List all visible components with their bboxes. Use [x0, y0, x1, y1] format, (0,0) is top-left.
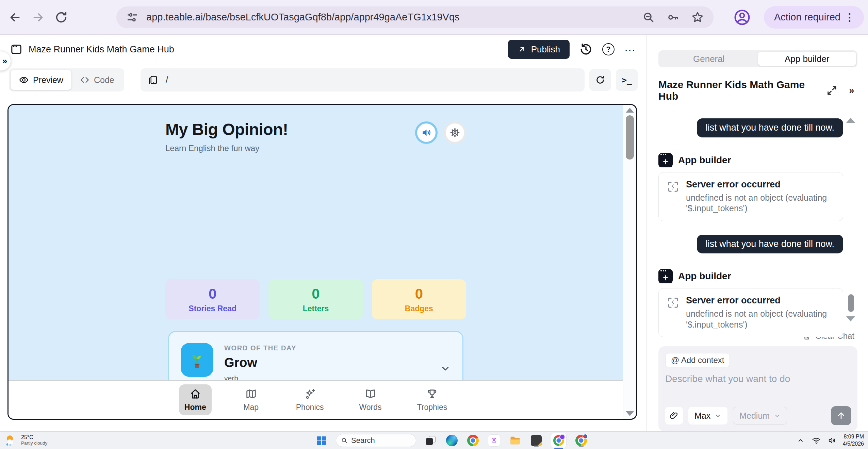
weather-widget[interactable]: 25°C Partly cloudy — [4, 433, 47, 447]
app-window-icon — [10, 43, 22, 55]
speaker-icon — [421, 127, 432, 138]
nav-item-home[interactable]: Home — [179, 384, 212, 415]
nav-item-words[interactable]: Words — [354, 384, 387, 415]
screen: app.teable.ai/base/bseLcfkUOTasgaGqf8b/a… — [0, 0, 868, 449]
app-window: » Maze Runner Kids Math Game Hub Publish… — [0, 35, 868, 431]
word-of-day-word: Grow — [224, 355, 296, 370]
sound-button[interactable] — [415, 121, 438, 144]
chat-scroll-up-arrow[interactable] — [846, 118, 855, 123]
chrome-profile2-button[interactable] — [575, 434, 588, 447]
word-of-the-day-card[interactable]: WORD OF THE DAY Grow verb — [168, 331, 463, 380]
start-button[interactable] — [315, 434, 328, 447]
tab-code[interactable]: Code — [71, 70, 122, 90]
chevron-down-icon[interactable] — [440, 363, 451, 374]
tab-app-builder[interactable]: App builder — [758, 52, 856, 66]
prompt-input[interactable] — [665, 373, 851, 401]
running-indicator — [579, 446, 584, 447]
chat-composer[interactable]: @ Add context Max Medium — [658, 346, 857, 431]
terminal-button[interactable]: >_ — [616, 69, 638, 91]
chrome-icon — [553, 435, 564, 446]
stat-card-stories: 0 Stories Read — [165, 279, 260, 319]
hero-text: My Big Opinion! Learn English the fun wa… — [165, 120, 288, 153]
app-content: My Big Opinion! Learn English the fun wa… — [9, 105, 623, 380]
action-required-badge[interactable]: Action required ⋮ — [764, 6, 864, 29]
error-title: Server error occurred — [686, 179, 835, 190]
taskbar-clock[interactable]: 8:09 PM 4/5/2026 — [843, 433, 864, 448]
chat-scroll-down-arrow[interactable] — [846, 316, 855, 321]
wifi-icon[interactable] — [812, 436, 821, 445]
file-explorer-button[interactable] — [509, 434, 522, 447]
timer-app-button[interactable] — [488, 434, 501, 447]
collapse-panel-icon[interactable]: » — [846, 85, 857, 96]
settings-button[interactable] — [444, 121, 466, 144]
model-selector[interactable]: Max — [688, 407, 727, 425]
weather-temp: 25°C — [21, 434, 47, 440]
model-value: Max — [694, 411, 710, 421]
windows-logo-icon — [316, 435, 327, 446]
chrome-app-button[interactable] — [466, 434, 479, 447]
publish-button[interactable]: Publish — [508, 40, 570, 59]
publish-arrow-icon — [518, 45, 526, 54]
stat-value: 0 — [415, 286, 423, 302]
tab-general[interactable]: General — [660, 52, 758, 66]
chevron-down-icon — [715, 412, 721, 419]
profile-avatar[interactable] — [733, 9, 751, 26]
app-hero-subtitle: Learn English the fun way — [165, 144, 288, 153]
scroll-up-arrow[interactable] — [626, 108, 634, 113]
address-bar[interactable]: app.teable.ai/base/bseLcfkUOTasgaGqf8b/a… — [116, 6, 714, 28]
taskbar-search[interactable]: Search — [336, 434, 416, 447]
notes-app-button[interactable] — [530, 434, 543, 447]
chrome-profile1-button[interactable] — [551, 433, 567, 448]
scroll-down-arrow[interactable] — [626, 411, 634, 416]
eye-icon — [19, 75, 29, 85]
running-indicator — [534, 446, 539, 447]
nav-label: Phonics — [296, 403, 324, 412]
nav-item-trophies[interactable]: Trophies — [412, 384, 453, 415]
edge-icon — [446, 435, 458, 446]
back-icon[interactable] — [8, 11, 22, 24]
responsive-device-icon[interactable] — [148, 75, 158, 85]
chat-scrollbar-thumb[interactable] — [848, 294, 854, 312]
attach-file-button[interactable] — [665, 407, 683, 425]
refresh-preview-button[interactable] — [589, 69, 611, 91]
volume-icon[interactable] — [827, 436, 837, 445]
more-options-icon[interactable]: … — [624, 45, 636, 53]
effort-value: Medium — [739, 411, 770, 421]
nav-item-map[interactable]: Map — [236, 384, 266, 415]
user-message: list what you have done till now. — [697, 235, 843, 254]
server-error-icon — [666, 180, 680, 194]
send-button[interactable] — [831, 406, 851, 425]
task-view-button[interactable] — [424, 434, 437, 447]
route-path-bar[interactable]: / — [141, 68, 585, 92]
nav-label: Home — [184, 403, 206, 412]
composer-actions: Max Medium — [665, 406, 851, 425]
zoom-icon[interactable] — [642, 11, 655, 24]
tab-preview[interactable]: Preview — [11, 70, 71, 90]
nav-item-phonics[interactable]: Phonics — [291, 384, 329, 415]
server-error-icon — [666, 296, 680, 310]
app-bottom-nav: Home Map Phonics Words — [9, 380, 623, 419]
preview-scrollbar[interactable] — [623, 105, 636, 419]
bookmark-star-icon[interactable] — [691, 11, 704, 24]
effort-selector[interactable]: Medium — [733, 407, 787, 425]
browser-menu-icon[interactable]: ⋮ — [840, 11, 859, 23]
password-key-icon[interactable] — [667, 11, 679, 24]
add-context-button[interactable]: @ Add context — [665, 353, 730, 367]
url-text[interactable]: app.teable.ai/base/bseLcfkUOTasgaGqf8b/a… — [146, 12, 630, 23]
app-title: Maze Runner Kids Math Game Hub — [29, 44, 174, 55]
expand-panel-icon[interactable] — [826, 85, 838, 96]
active-running-indicator — [554, 448, 563, 449]
clock-time: 8:09 PM — [843, 433, 864, 440]
help-icon[interactable]: ? — [602, 43, 615, 55]
tray-chevron-up-icon[interactable] — [796, 436, 805, 445]
forward-icon[interactable] — [31, 11, 45, 24]
map-icon — [245, 388, 257, 400]
action-required-label: Action required — [774, 12, 840, 23]
site-settings-icon[interactable] — [126, 11, 139, 24]
reload-icon[interactable] — [54, 11, 68, 24]
browser-toolbar: app.teable.ai/base/bseLcfkUOTasgaGqf8b/a… — [0, 0, 868, 35]
preview-toolbar: Preview Code / >_ — [0, 64, 646, 96]
history-icon[interactable] — [579, 43, 593, 56]
scrollbar-thumb[interactable] — [626, 115, 634, 160]
edge-app-button[interactable] — [445, 434, 458, 447]
